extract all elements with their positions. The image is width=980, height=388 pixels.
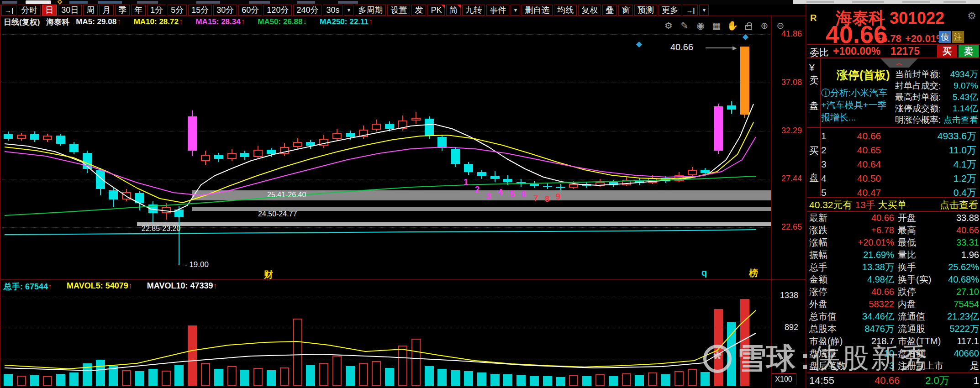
candle (556, 187, 565, 188)
order-queue-row[interactable]: 240.6511.0万 (821, 143, 978, 157)
limit-stat-value: 1.14亿 (953, 103, 978, 114)
bond-badge[interactable]: 债 (939, 31, 951, 43)
candle (503, 179, 512, 182)
chart-marker-榜[interactable]: 榜 (749, 267, 758, 279)
sequence-digit: 3 (486, 191, 491, 201)
weibi-value: +100.00% (833, 45, 880, 58)
stat-label: 量比 (894, 249, 943, 261)
limit-stat-value[interactable]: 点击查看 (943, 114, 978, 126)
candle (398, 121, 407, 129)
chart-marker-q[interactable]: q (701, 267, 707, 278)
candle (582, 184, 591, 186)
stat-label: 换手 (894, 261, 943, 273)
last-tick-row: 14:55 40.66 2.0万 1 (809, 374, 979, 387)
price-axis-label: 32.29 (773, 126, 802, 136)
volume-bar (83, 363, 92, 386)
candle (609, 182, 618, 185)
stat-label: 总手 (809, 261, 851, 273)
queue-price: 40.65 (835, 145, 903, 156)
stat-label: 涨跌 (809, 224, 851, 236)
stats-row: 盘后量10盘后额40660 (809, 347, 979, 360)
pane-separator (0, 279, 806, 280)
draw-pen-icon[interactable]: ✎ (679, 20, 690, 31)
limit-stat-value: 9.07% (954, 80, 978, 91)
gap-zone-label: 25.41-26.40 (267, 191, 306, 199)
candle (530, 184, 539, 185)
stat-label: 涨幅 (809, 236, 851, 249)
stat-value: 3 (851, 361, 894, 371)
volume-bar (227, 366, 237, 386)
volume-bar (188, 325, 197, 386)
limit-stat-label: 封单占成交: (895, 80, 941, 91)
candle (188, 116, 197, 151)
lock-icon[interactable] (743, 20, 754, 31)
volume-bar (464, 371, 473, 386)
limit-stat-value: 4934万 (950, 68, 978, 80)
big-order-alert[interactable]: 40.32元有 13手 大买单 点击查看 (807, 198, 980, 211)
stat-value: 40.66 (851, 213, 894, 223)
candle (516, 182, 526, 184)
buy-button[interactable]: 买 (937, 45, 957, 58)
stat-value: 40.66 (851, 287, 894, 297)
volume-bar (635, 375, 644, 386)
hand-pan-icon[interactable]: ✋ (727, 20, 738, 31)
tick-price: 40.66 (875, 375, 900, 387)
gridline (2, 296, 770, 296)
up-arrow-icon: ↑ (48, 282, 52, 291)
candle (267, 150, 276, 154)
limit-analysis[interactable]: ⓘ分析:小米汽车+汽车模具+一季报增长... (821, 87, 895, 124)
candle (148, 204, 158, 214)
stat-value: 34.46亿 (851, 310, 894, 323)
event-diamond-icon[interactable]: ◆ (743, 32, 748, 42)
volume-bar (398, 346, 407, 386)
gridline (2, 328, 770, 328)
chart-marker-财[interactable]: 财 (264, 268, 273, 281)
order-queue-row[interactable]: 140.664933.6万 (821, 129, 978, 143)
gear-icon[interactable]: ⚙ (663, 20, 674, 31)
stat-value: 21.23亿 (943, 310, 979, 323)
zoom-in-icon[interactable]: ⊕ (759, 20, 770, 31)
volume-bar (437, 369, 447, 386)
candle (319, 139, 328, 146)
buy-column-label: 盘 (809, 171, 819, 184)
volume-bar (201, 363, 210, 386)
order-queue-row[interactable]: 440.501.2万 (821, 171, 978, 185)
zoom-out-icon[interactable]: ⊖ (775, 20, 786, 31)
stat-value: 40660 (943, 348, 979, 359)
queue-level: 4 (821, 173, 835, 184)
stat-value: 25.62% (943, 262, 979, 273)
collapse-chevron[interactable]: ︿ (880, 58, 918, 68)
stat-value: +6.78 (851, 225, 894, 236)
event-diamond-icon[interactable]: ◆ (636, 39, 642, 49)
stat-label: 市盈(静) (809, 335, 851, 347)
stat-value: 27.10 (943, 287, 979, 297)
sell-button[interactable]: 卖 (959, 45, 979, 58)
stats-row: 总股本8476万流通股5222万 (809, 323, 979, 335)
volume-bar (516, 375, 526, 386)
last-price-annotation: 40.66 (670, 42, 693, 52)
candle (4, 134, 13, 139)
candle (688, 170, 697, 175)
eye-icon[interactable]: ◉ (695, 20, 706, 31)
volume-bar (253, 368, 263, 386)
view-link[interactable]: 点击查看 (940, 199, 978, 211)
stat-value: 58322 (851, 299, 894, 309)
volume-bar (372, 361, 381, 386)
volume-ma-value: MAVOL5: 54079↑ (67, 281, 140, 292)
stat-label: 涨停 (809, 286, 851, 298)
order-queue-row[interactable]: 340.644.1万 (821, 157, 978, 171)
volume-bar (740, 299, 749, 386)
left-border (0, 5, 1, 388)
candle (17, 135, 26, 139)
note-badge[interactable]: 注 (952, 31, 964, 43)
stat-label: 流通股 (894, 323, 943, 335)
print-icon[interactable]: ▦ (711, 20, 722, 31)
gap-zone-label: 22.85-23.20 (142, 225, 180, 233)
candle (477, 172, 486, 176)
stats-row: 最新40.66开盘33.88 (809, 212, 979, 224)
candle (306, 142, 315, 146)
stat-label: 总市值 (809, 310, 851, 323)
panel-settings-icon[interactable]: ⚙ (967, 10, 976, 22)
volume-bar (411, 339, 421, 386)
candle (135, 193, 144, 203)
